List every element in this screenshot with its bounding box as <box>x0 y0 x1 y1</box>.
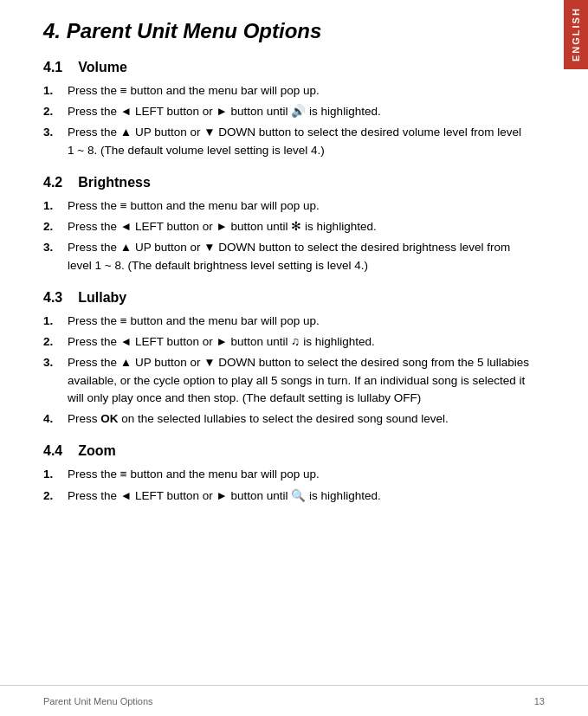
section-list: 1.Press the ≡ button and the menu bar wi… <box>43 197 529 274</box>
section-list: 1.Press the ≡ button and the menu bar wi… <box>43 466 529 505</box>
list-item-num: 1. <box>43 466 68 483</box>
list-item-num: 1. <box>43 197 68 215</box>
section-4-4: 4.4Zoom1.Press the ≡ button and the menu… <box>43 443 529 505</box>
footer: Parent Unit Menu Options 13 <box>0 685 588 716</box>
list-item-num: 1. <box>43 313 68 330</box>
list-item-content: Press the ◄ LEFT button or ► button unti… <box>68 103 529 120</box>
list-item: 2.Press the ◄ LEFT button or ► button un… <box>43 487 529 505</box>
list-item-num: 2. <box>43 487 68 505</box>
list-item-content: Press the ◄ LEFT button or ► button unti… <box>68 487 529 505</box>
section-title: 4.2Brightness <box>43 175 529 190</box>
section-4-3: 4.3Lullaby1.Press the ≡ button and the m… <box>43 290 529 429</box>
list-item-content: Press the ▲ UP button or ▼ DOWN button t… <box>68 124 529 159</box>
list-item: 4.Press OK on the selected lullabies to … <box>43 410 529 428</box>
list-item-content: Press the ◄ LEFT button or ► button unti… <box>68 333 529 351</box>
section-label: Zoom <box>78 443 116 459</box>
list-item-content: Press the ≡ button and the menu bar will… <box>68 197 529 215</box>
section-4-1: 4.1Volume1.Press the ≡ button and the me… <box>43 60 529 159</box>
section-title: 4.1Volume <box>43 60 529 75</box>
section-label: Volume <box>78 60 127 75</box>
list-item-content: Press the ≡ button and the menu bar will… <box>68 313 529 330</box>
section-list: 1.Press the ≡ button and the menu bar wi… <box>43 313 529 429</box>
page-wrapper: ENGLISH 4. Parent Unit Menu Options 4.1V… <box>0 0 588 716</box>
list-item-num: 3. <box>43 124 68 159</box>
section-num: 4.4 <box>43 443 62 459</box>
list-item-num: 3. <box>43 239 68 274</box>
list-item: 1.Press the ≡ button and the menu bar wi… <box>43 197 529 215</box>
list-item: 2.Press the ◄ LEFT button or ► button un… <box>43 333 529 351</box>
list-item-num: 1. <box>43 82 68 100</box>
section-list: 1.Press the ≡ button and the menu bar wi… <box>43 82 529 159</box>
list-item-num: 4. <box>43 410 68 428</box>
list-item: 3.Press the ▲ UP button or ▼ DOWN button… <box>43 239 529 274</box>
section-title: 4.4Zoom <box>43 443 529 459</box>
list-item-num: 2. <box>43 333 68 351</box>
section-label: Lullaby <box>78 290 126 306</box>
list-item-content: Press the ≡ button and the menu bar will… <box>68 82 529 100</box>
list-item: 2.Press the ◄ LEFT button or ► button un… <box>43 103 529 120</box>
section-4-2: 4.2Brightness1.Press the ≡ button and th… <box>43 175 529 274</box>
list-item-num: 2. <box>43 103 68 120</box>
footer-right: 13 <box>534 696 545 706</box>
list-item: 1.Press the ≡ button and the menu bar wi… <box>43 466 529 483</box>
list-item: 2.Press the ◄ LEFT button or ► button un… <box>43 218 529 235</box>
list-item-content: Press OK on the selected lullabies to se… <box>68 410 529 428</box>
list-item-content: Press the ▲ UP button or ▼ DOWN button t… <box>68 354 529 407</box>
language-sidebar: ENGLISH <box>564 0 588 69</box>
list-item-content: Press the ▲ UP button or ▼ DOWN button t… <box>68 239 529 274</box>
footer-left: Parent Unit Menu Options <box>43 696 153 706</box>
list-item-num: 3. <box>43 354 68 407</box>
section-num: 4.1 <box>43 60 62 75</box>
list-item-content: Press the ≡ button and the menu bar will… <box>68 466 529 483</box>
list-item: 1.Press the ≡ button and the menu bar wi… <box>43 82 529 100</box>
sections-container: 4.1Volume1.Press the ≡ button and the me… <box>43 60 529 505</box>
list-item: 3.Press the ▲ UP button or ▼ DOWN button… <box>43 124 529 159</box>
list-item-content: Press the ◄ LEFT button or ► button unti… <box>68 218 529 235</box>
section-num: 4.2 <box>43 175 62 190</box>
page-title: 4. Parent Unit Menu Options <box>43 19 529 44</box>
main-content: 4. Parent Unit Menu Options 4.1Volume1.P… <box>0 0 588 560</box>
section-label: Brightness <box>78 175 151 190</box>
list-item: 3.Press the ▲ UP button or ▼ DOWN button… <box>43 354 529 407</box>
section-num: 4.3 <box>43 290 62 306</box>
list-item-num: 2. <box>43 218 68 235</box>
section-title: 4.3Lullaby <box>43 290 529 306</box>
list-item: 1.Press the ≡ button and the menu bar wi… <box>43 313 529 330</box>
